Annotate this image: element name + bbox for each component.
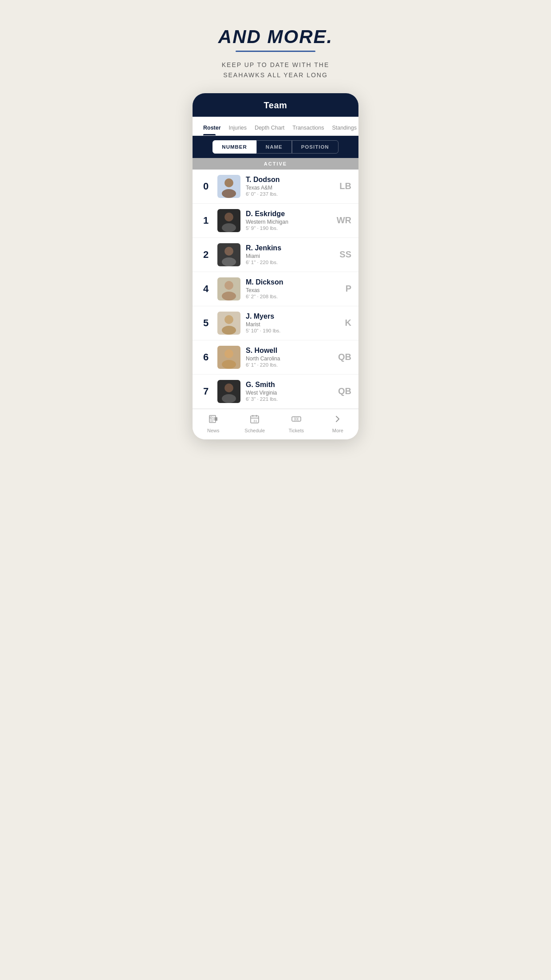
svg-text:31: 31 [253, 419, 257, 423]
svg-point-8 [224, 315, 233, 324]
player-name: M. Dickson [246, 278, 328, 286]
player-row[interactable]: 7 G. Smith West Virginia 6' 3" · 221 lbs… [193, 375, 358, 409]
tab-injuries[interactable]: Injuries [225, 122, 250, 135]
svg-point-9 [222, 326, 236, 335]
more-icon [332, 414, 343, 426]
player-school: Texas A&M [246, 185, 328, 191]
phone-mockup: Team Roster Injuries Depth Chart Transac… [193, 93, 358, 439]
player-school: Western Michigan [246, 219, 328, 225]
team-header-title: Team [264, 100, 287, 110]
player-school: West Virginia [246, 390, 328, 396]
player-row[interactable]: 2 R. Jenkins Miami 6' 1" · 220 lbs. SS [193, 238, 358, 272]
team-header: Team [193, 93, 358, 117]
player-name: D. Eskridge [246, 210, 328, 218]
svg-point-2 [224, 213, 233, 221]
player-name: T. Dodson [246, 176, 328, 184]
player-number: 5 [200, 317, 212, 329]
player-info: R. Jenkins Miami 6' 1" · 220 lbs. [246, 244, 328, 265]
player-row[interactable]: 5 J. Myers Marist 5' 10" · 190 lbs. K [193, 306, 358, 340]
player-name: S. Howell [246, 347, 328, 355]
player-stats: 6' 3" · 221 lbs. [246, 396, 328, 402]
svg-rect-29 [295, 418, 298, 420]
player-number: 1 [200, 215, 212, 226]
player-school: Marist [246, 321, 328, 328]
tab-standings[interactable]: Standings [328, 122, 358, 135]
player-name: G. Smith [246, 381, 328, 389]
player-stats: 6' 2" · 208 lbs. [246, 294, 328, 299]
player-avatar [217, 243, 240, 266]
nav-item-schedule[interactable]: 31 Schedule [241, 414, 268, 433]
subtitle-line2: SEAHAWKS ALL YEAR LONG [223, 71, 328, 79]
player-list: 0 T. Dodson Texas A&M 6' 0" · 237 lbs. L… [193, 170, 358, 409]
player-info: G. Smith West Virginia 6' 3" · 221 lbs. [246, 381, 328, 402]
headline-underline [236, 51, 315, 52]
player-avatar [217, 175, 240, 198]
news-icon [208, 414, 219, 426]
svg-point-6 [224, 281, 233, 290]
player-info: T. Dodson Texas A&M 6' 0" · 237 lbs. [246, 176, 328, 197]
page-wrapper: AND MORE. KEEP UP TO DATE WITH THE SEAHA… [184, 0, 367, 457]
player-avatar [217, 312, 240, 335]
player-info: M. Dickson Texas 6' 2" · 208 lbs. [246, 278, 328, 299]
svg-point-5 [222, 257, 236, 266]
player-row[interactable]: 1 D. Eskridge Western Michigan 5' 9" · 1… [193, 204, 358, 238]
nav-tabs: Roster Injuries Depth Chart Transactions… [193, 117, 358, 136]
player-stats: 6' 0" · 237 lbs. [246, 191, 328, 197]
nav-label-more: More [332, 428, 343, 433]
player-name: R. Jenkins [246, 244, 328, 252]
svg-point-0 [224, 178, 233, 187]
player-info: J. Myers Marist 5' 10" · 190 lbs. [246, 312, 328, 333]
subtitle-line1: KEEP UP TO DATE WITH THE [222, 61, 330, 68]
player-row[interactable]: 4 M. Dickson Texas 6' 2" · 208 lbs. P [193, 272, 358, 306]
player-avatar [217, 209, 240, 232]
player-position: K [334, 318, 351, 328]
svg-point-12 [224, 383, 233, 392]
player-position: P [334, 284, 351, 294]
player-stats: 6' 1" · 220 lbs. [246, 362, 328, 368]
player-position: SS [334, 249, 351, 260]
sort-position-button[interactable]: POSITION [292, 140, 338, 154]
player-school: Texas [246, 287, 328, 293]
sort-number-button[interactable]: NUMBER [213, 140, 256, 154]
player-row[interactable]: 6 S. Howell North Carolina 6' 1" · 220 l… [193, 340, 358, 375]
player-number: 7 [200, 386, 212, 397]
svg-point-11 [222, 360, 236, 369]
tab-transactions[interactable]: Transactions [289, 122, 327, 135]
player-stats: 5' 9" · 190 lbs. [246, 225, 328, 231]
player-school: North Carolina [246, 356, 328, 362]
nav-item-news[interactable]: News [200, 414, 227, 433]
player-stats: 5' 10" · 190 lbs. [246, 328, 328, 333]
tickets-icon [291, 414, 302, 426]
player-row[interactable]: 0 T. Dodson Texas A&M 6' 0" · 237 lbs. L… [193, 170, 358, 204]
player-number: 4 [200, 283, 212, 295]
player-position: LB [334, 181, 351, 191]
nav-label-news: News [207, 428, 220, 433]
svg-point-13 [222, 394, 236, 403]
svg-rect-26 [292, 417, 301, 421]
player-name: J. Myers [246, 312, 328, 320]
tab-depth-chart[interactable]: Depth Chart [251, 122, 288, 135]
svg-point-10 [224, 349, 233, 358]
player-avatar [217, 346, 240, 369]
player-position: QB [334, 386, 351, 396]
player-avatar [217, 277, 240, 300]
player-stats: 6' 1" · 220 lbs. [246, 260, 328, 265]
player-position: QB [334, 352, 351, 362]
main-headline: AND MORE. [193, 27, 358, 47]
section-active-label: ACTIVE [193, 158, 358, 170]
tab-roster[interactable]: Roster [200, 122, 224, 135]
player-number: 6 [200, 352, 212, 363]
nav-label-tickets: Tickets [289, 428, 304, 433]
player-info: S. Howell North Carolina 6' 1" · 220 lbs… [246, 347, 328, 368]
subtitle: KEEP UP TO DATE WITH THE SEAHAWKS ALL YE… [193, 60, 358, 80]
sort-name-button[interactable]: NAME [256, 140, 292, 154]
svg-point-7 [222, 292, 236, 300]
schedule-icon: 31 [249, 414, 260, 426]
svg-point-4 [224, 247, 233, 256]
svg-point-1 [222, 189, 236, 198]
nav-item-tickets[interactable]: Tickets [283, 414, 310, 433]
svg-rect-15 [210, 417, 212, 419]
nav-item-more[interactable]: More [324, 414, 351, 433]
player-avatar [217, 380, 240, 403]
nav-label-schedule: Schedule [244, 428, 265, 433]
